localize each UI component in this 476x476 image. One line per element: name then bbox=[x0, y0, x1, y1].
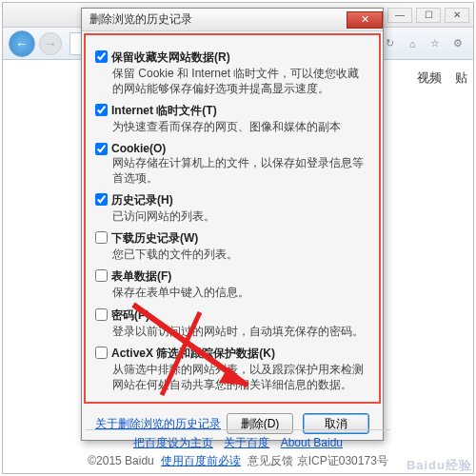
option-description: 从筛选中排除的网站列表，以及跟踪保护用来检测网站在何处自动共享您的相关详细信息的… bbox=[112, 362, 369, 392]
option-label: Cookie(O) bbox=[111, 142, 166, 155]
refresh-icon: ↻ bbox=[386, 37, 394, 50]
footer-must-read[interactable]: 使用百度前必读 bbox=[161, 454, 241, 467]
forward-button[interactable]: → bbox=[39, 32, 62, 55]
option-label: ActiveX 筛选和跟踪保护数据(K) bbox=[111, 346, 275, 362]
option-checkbox[interactable] bbox=[95, 308, 108, 321]
maximize-button[interactable]: ☐ bbox=[416, 8, 441, 23]
link-tieba[interactable]: 贴 bbox=[455, 70, 467, 85]
option-description: 您已下载的文件的列表。 bbox=[112, 247, 369, 262]
option-checkbox[interactable] bbox=[95, 231, 108, 244]
back-button[interactable]: ← bbox=[9, 30, 35, 57]
dialog-titlebar: 删除浏览的历史记录 ✕ bbox=[82, 9, 383, 31]
arrow-right-icon: → bbox=[44, 36, 57, 51]
option-row: 历史记录(H)已访问网站的列表。 bbox=[95, 192, 369, 224]
option-checkbox[interactable] bbox=[95, 193, 108, 206]
option-row: 下载历史记录(W)您已下载的文件的列表。 bbox=[95, 230, 369, 262]
favorites-button[interactable]: ☆ bbox=[426, 34, 445, 53]
footer-copyright: ©2015 Baidu bbox=[88, 454, 157, 467]
watermark: Baidu经验 bbox=[407, 457, 472, 474]
option-label: 下载历史记录(W) bbox=[111, 230, 198, 247]
option-label: Internet 临时文件(T) bbox=[111, 103, 217, 119]
option-description: 已访问网站的列表。 bbox=[112, 208, 369, 224]
option-checkbox[interactable] bbox=[95, 143, 108, 155]
option-row: 保留收藏夹网站数据(R)保留 Cookie 和 Internet 临时文件，可以… bbox=[95, 50, 369, 96]
footer-about-baidu-cn[interactable]: 关于百度 bbox=[224, 436, 269, 449]
home-button[interactable]: ⌂ bbox=[403, 34, 422, 53]
option-description: 登录以前访问过的网站时，自动填充保存的密码。 bbox=[112, 324, 369, 339]
option-description: 保存在表单中键入的信息。 bbox=[112, 285, 369, 300]
option-checkbox[interactable] bbox=[95, 269, 108, 282]
page-footer: 把百度设为主页 关于百度 About Baidu ©2015 Baidu 使用百… bbox=[0, 429, 476, 470]
option-checkbox[interactable] bbox=[95, 50, 108, 63]
dialog-close-button[interactable]: ✕ bbox=[347, 11, 383, 29]
option-description: 保留 Cookie 和 Internet 临时文件，可以使您收藏的网站能够保存偏… bbox=[112, 66, 369, 96]
settings-button[interactable]: ⚙ bbox=[448, 34, 467, 53]
option-checkbox[interactable] bbox=[95, 104, 108, 116]
close-icon: ✕ bbox=[361, 13, 369, 26]
option-row: 密码(P)登录以前访问过的网站时，自动填充保存的密码。 bbox=[95, 307, 369, 339]
option-row: 表单数据(F)保存在表单中键入的信息。 bbox=[95, 268, 369, 300]
home-icon: ⌂ bbox=[409, 38, 416, 50]
close-window-button[interactable]: ✕ bbox=[445, 8, 469, 23]
option-checkbox[interactable] bbox=[95, 347, 108, 359]
footer-about-baidu-en[interactable]: About Baidu bbox=[281, 436, 343, 449]
footer-set-home[interactable]: 把百度设为主页 bbox=[133, 436, 213, 449]
option-row: ActiveX 筛选和跟踪保护数据(K)从筛选中排除的网站列表，以及跟踪保护用来… bbox=[95, 346, 369, 392]
link-video[interactable]: 视频 bbox=[417, 70, 442, 85]
option-row: Cookie(O)网站存储在计算机上的文件，以保存如登录信息等首选项。 bbox=[95, 142, 369, 186]
page-nav-links: 视频 贴 bbox=[407, 69, 467, 87]
option-description: 为快速查看而保存的网页、图像和媒体的副本 bbox=[112, 119, 369, 134]
option-row: Internet 临时文件(T)为快速查看而保存的网页、图像和媒体的副本 bbox=[95, 103, 369, 134]
gear-icon: ⚙ bbox=[453, 37, 463, 50]
option-label: 历史记录(H) bbox=[111, 192, 173, 208]
option-label: 密码(P) bbox=[111, 307, 149, 324]
option-label: 保留收藏夹网站数据(R) bbox=[111, 50, 230, 66]
star-icon: ☆ bbox=[430, 37, 440, 50]
option-label: 表单数据(F) bbox=[111, 268, 171, 285]
dialog-title-text: 删除浏览的历史记录 bbox=[89, 11, 192, 28]
minimize-button[interactable]: — bbox=[387, 8, 412, 23]
option-description: 网站存储在计算机上的文件，以保存如登录信息等首选项。 bbox=[112, 155, 369, 186]
delete-history-dialog: 删除浏览的历史记录 ✕ 保留收藏夹网站数据(R)保留 Cookie 和 Inte… bbox=[81, 8, 384, 441]
footer-feedback: 意见反馈 京ICP证030173号 bbox=[245, 454, 388, 467]
arrow-left-icon: ← bbox=[15, 36, 29, 51]
dialog-body: 保留收藏夹网站数据(R)保留 Cookie 和 Internet 临时文件，可以… bbox=[84, 33, 381, 404]
